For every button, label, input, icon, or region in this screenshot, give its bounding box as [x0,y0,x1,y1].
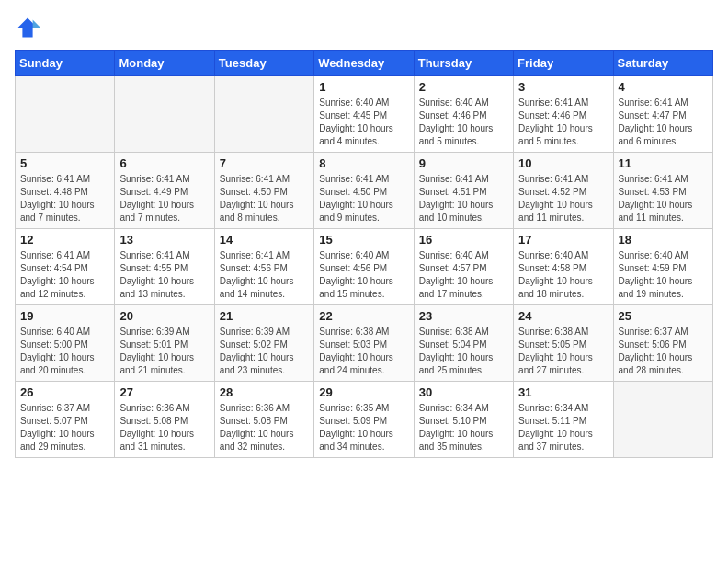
calendar-cell: 12Sunrise: 6:41 AMSunset: 4:54 PMDayligh… [16,229,115,305]
day-number: 2 [419,80,508,94]
calendar-cell: 15Sunrise: 6:40 AMSunset: 4:56 PMDayligh… [314,229,414,305]
day-number: 26 [20,385,109,399]
calendar-cell: 18Sunrise: 6:40 AMSunset: 4:59 PMDayligh… [613,229,712,305]
day-number: 23 [419,309,508,323]
day-info: Sunrise: 6:34 AMSunset: 5:10 PMDaylight:… [419,402,508,454]
weekday-header-wednesday: Wednesday [314,51,414,76]
svg-marker-1 [33,20,40,28]
logo [15,15,46,40]
calendar-cell: 31Sunrise: 6:34 AMSunset: 5:11 PMDayligh… [514,382,613,458]
day-info: Sunrise: 6:37 AMSunset: 5:07 PMDaylight:… [20,402,109,454]
calendar-week-2: 5Sunrise: 6:41 AMSunset: 4:48 PMDaylight… [16,153,713,229]
calendar-cell: 20Sunrise: 6:39 AMSunset: 5:01 PMDayligh… [115,305,214,382]
calendar-cell: 5Sunrise: 6:41 AMSunset: 4:48 PMDaylight… [16,153,115,229]
day-number: 10 [518,156,608,170]
calendar-cell: 27Sunrise: 6:36 AMSunset: 5:08 PMDayligh… [115,382,214,458]
calendar-cell: 17Sunrise: 6:40 AMSunset: 4:58 PMDayligh… [514,229,613,305]
day-info: Sunrise: 6:40 AMSunset: 4:57 PMDaylight:… [419,249,508,301]
calendar-week-4: 19Sunrise: 6:40 AMSunset: 5:00 PMDayligh… [16,305,713,382]
calendar-cell [214,76,313,153]
day-number: 8 [319,156,408,170]
day-info: Sunrise: 6:40 AMSunset: 4:56 PMDaylight:… [319,249,408,301]
day-number: 31 [518,385,608,399]
calendar-cell [613,382,712,458]
calendar-cell: 6Sunrise: 6:41 AMSunset: 4:49 PMDaylight… [115,153,214,229]
day-info: Sunrise: 6:41 AMSunset: 4:46 PMDaylight:… [518,97,608,148]
day-info: Sunrise: 6:41 AMSunset: 4:54 PMDaylight:… [20,249,109,301]
day-info: Sunrise: 6:41 AMSunset: 4:50 PMDaylight:… [319,173,408,224]
calendar-cell: 3Sunrise: 6:41 AMSunset: 4:46 PMDaylight… [514,76,613,153]
calendar-cell: 24Sunrise: 6:38 AMSunset: 5:05 PMDayligh… [514,305,613,382]
calendar-cell: 2Sunrise: 6:40 AMSunset: 4:46 PMDaylight… [414,76,513,153]
day-number: 16 [419,233,508,247]
calendar-week-3: 12Sunrise: 6:41 AMSunset: 4:54 PMDayligh… [16,229,713,305]
calendar-cell: 10Sunrise: 6:41 AMSunset: 4:52 PMDayligh… [514,153,613,229]
day-number: 11 [619,156,708,170]
calendar-cell: 28Sunrise: 6:36 AMSunset: 5:08 PMDayligh… [214,382,313,458]
weekday-header-saturday: Saturday [613,51,712,76]
calendar-cell: 13Sunrise: 6:41 AMSunset: 4:55 PMDayligh… [115,229,214,305]
day-info: Sunrise: 6:39 AMSunset: 5:02 PMDaylight:… [220,326,309,377]
day-info: Sunrise: 6:41 AMSunset: 4:48 PMDaylight:… [20,173,109,224]
day-number: 27 [119,385,209,399]
day-number: 7 [220,156,309,170]
day-number: 4 [619,80,708,94]
day-number: 9 [419,156,508,170]
day-info: Sunrise: 6:40 AMSunset: 4:59 PMDaylight:… [619,249,708,301]
day-info: Sunrise: 6:41 AMSunset: 4:55 PMDaylight:… [119,249,209,301]
calendar-cell: 7Sunrise: 6:41 AMSunset: 4:50 PMDaylight… [214,153,313,229]
day-number: 12 [20,233,109,247]
day-number: 29 [319,385,408,399]
calendar-cell [115,76,214,153]
day-info: Sunrise: 6:41 AMSunset: 4:49 PMDaylight:… [119,173,209,224]
weekday-header-friday: Friday [514,51,613,76]
day-info: Sunrise: 6:34 AMSunset: 5:11 PMDaylight:… [518,402,608,454]
calendar-cell: 11Sunrise: 6:41 AMSunset: 4:53 PMDayligh… [613,153,712,229]
calendar-cell: 29Sunrise: 6:35 AMSunset: 5:09 PMDayligh… [314,382,414,458]
day-number: 1 [319,80,408,94]
weekday-header-tuesday: Tuesday [214,51,313,76]
day-info: Sunrise: 6:39 AMSunset: 5:01 PMDaylight:… [119,326,209,377]
page-header [15,15,713,40]
calendar-cell: 25Sunrise: 6:37 AMSunset: 5:06 PMDayligh… [613,305,712,382]
day-info: Sunrise: 6:40 AMSunset: 4:46 PMDaylight:… [419,97,508,148]
day-number: 19 [20,309,109,323]
day-number: 5 [20,156,109,170]
logo-icon [15,15,40,40]
day-info: Sunrise: 6:40 AMSunset: 4:45 PMDaylight:… [319,97,408,148]
calendar-cell: 21Sunrise: 6:39 AMSunset: 5:02 PMDayligh… [214,305,313,382]
day-info: Sunrise: 6:41 AMSunset: 4:51 PMDaylight:… [419,173,508,224]
day-info: Sunrise: 6:36 AMSunset: 5:08 PMDaylight:… [119,402,209,454]
calendar-cell: 30Sunrise: 6:34 AMSunset: 5:10 PMDayligh… [414,382,513,458]
calendar-cell: 4Sunrise: 6:41 AMSunset: 4:47 PMDaylight… [613,76,712,153]
calendar-cell: 19Sunrise: 6:40 AMSunset: 5:00 PMDayligh… [16,305,115,382]
calendar-cell: 9Sunrise: 6:41 AMSunset: 4:51 PMDaylight… [414,153,513,229]
day-number: 14 [220,233,309,247]
calendar-week-5: 26Sunrise: 6:37 AMSunset: 5:07 PMDayligh… [16,382,713,458]
calendar-cell: 8Sunrise: 6:41 AMSunset: 4:50 PMDaylight… [314,153,414,229]
day-number: 3 [518,80,608,94]
calendar-cell: 23Sunrise: 6:38 AMSunset: 5:04 PMDayligh… [414,305,513,382]
day-number: 17 [518,233,608,247]
day-number: 28 [220,385,309,399]
day-number: 18 [619,233,708,247]
day-info: Sunrise: 6:38 AMSunset: 5:05 PMDaylight:… [518,326,608,377]
day-info: Sunrise: 6:40 AMSunset: 5:00 PMDaylight:… [20,326,109,377]
day-number: 30 [419,385,508,399]
weekday-header-row: SundayMondayTuesdayWednesdayThursdayFrid… [16,51,713,76]
calendar-cell [16,76,115,153]
day-number: 24 [518,309,608,323]
weekday-header-monday: Monday [115,51,214,76]
day-info: Sunrise: 6:41 AMSunset: 4:56 PMDaylight:… [220,249,309,301]
day-number: 22 [319,309,408,323]
day-number: 20 [119,309,209,323]
day-info: Sunrise: 6:37 AMSunset: 5:06 PMDaylight:… [619,326,708,377]
calendar-cell: 16Sunrise: 6:40 AMSunset: 4:57 PMDayligh… [414,229,513,305]
day-number: 6 [119,156,209,170]
calendar-table: SundayMondayTuesdayWednesdayThursdayFrid… [15,50,713,458]
calendar-cell: 1Sunrise: 6:40 AMSunset: 4:45 PMDaylight… [314,76,414,153]
day-info: Sunrise: 6:41 AMSunset: 4:53 PMDaylight:… [619,173,708,224]
calendar-week-1: 1Sunrise: 6:40 AMSunset: 4:45 PMDaylight… [16,76,713,153]
calendar-cell: 26Sunrise: 6:37 AMSunset: 5:07 PMDayligh… [16,382,115,458]
day-info: Sunrise: 6:41 AMSunset: 4:47 PMDaylight:… [619,97,708,148]
